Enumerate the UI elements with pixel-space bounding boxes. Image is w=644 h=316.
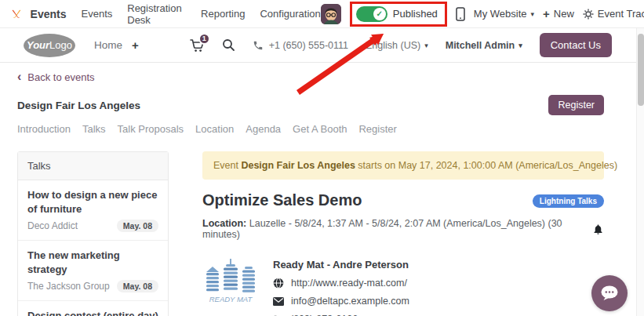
- talk-date-badge: May. 08: [117, 220, 158, 232]
- backend-top-bar: Events Events Registration Desk Reportin…: [0, 0, 644, 28]
- toggle-check-icon: ✓: [373, 8, 386, 20]
- envelope-icon: [273, 297, 284, 306]
- chevron-left-icon: ‹: [17, 71, 21, 83]
- annotation-highlight-box: ✓ Published: [350, 2, 447, 27]
- add-page-button[interactable]: +: [132, 38, 139, 52]
- talk-speaker: Deco Addict: [27, 220, 78, 231]
- talk-list-item[interactable]: The new marketing strategy The Jackson G…: [18, 241, 168, 301]
- nav-home-link[interactable]: Home: [94, 39, 122, 51]
- company-website-link[interactable]: http://www.ready-mat.com/: [273, 278, 409, 289]
- header-phone-link[interactable]: +1 (650) 555-0111: [253, 40, 348, 51]
- cart-button[interactable]: 1: [190, 38, 205, 53]
- chevron-down-icon: ▾: [531, 10, 535, 18]
- nav-talks[interactable]: Talks: [82, 123, 106, 135]
- nav-register[interactable]: Register: [358, 123, 396, 135]
- odoo-logo-icon: [11, 7, 23, 21]
- talks-sidebar-title: Talks: [18, 152, 168, 180]
- phone-icon: [253, 40, 264, 51]
- globe-icon: [273, 278, 284, 289]
- reminder-button[interactable]: [592, 223, 604, 235]
- menu-reporting[interactable]: Reporting: [201, 8, 245, 20]
- plus-icon: +: [543, 7, 550, 20]
- contact-us-button[interactable]: Contact Us: [540, 33, 612, 57]
- avatar-face-icon: [321, 4, 341, 24]
- chevron-down-icon: ▾: [424, 42, 428, 49]
- back-to-events-link[interactable]: ‹ Back to events: [17, 71, 95, 83]
- my-website-dropdown[interactable]: My Website ▾: [474, 8, 534, 20]
- event-nav: Introduction Talks Talk Proposals Locati…: [17, 123, 604, 135]
- livechat-button[interactable]: [591, 275, 628, 311]
- company-logo: READY MAT: [202, 257, 259, 306]
- website-header: YourLogo Home + 1: [0, 28, 644, 63]
- language-selector[interactable]: English (US) ▾: [366, 40, 428, 51]
- published-toggle[interactable]: ✓: [356, 6, 387, 22]
- published-label: Published: [393, 8, 438, 20]
- talk-list-item[interactable]: How to design a new piece of furniture D…: [18, 180, 168, 241]
- company-name: Ready Mat - Andre Peterson: [273, 259, 409, 271]
- mobile-preview-button[interactable]: [456, 7, 465, 21]
- search-button[interactable]: [222, 38, 235, 52]
- speaker-company-card: READY MAT Ready Mat - Andre Peterson htt…: [202, 257, 604, 316]
- screen: Events Events Registration Desk Reportin…: [0, 0, 644, 316]
- nav-introduction[interactable]: Introduction: [17, 123, 71, 135]
- scrollbar-thumb[interactable]: [638, 34, 644, 106]
- nav-location[interactable]: Location: [195, 123, 234, 135]
- gear-icon: [583, 9, 594, 20]
- company-email-link[interactable]: info@deltapc.example.com: [273, 296, 409, 307]
- mobile-icon: [456, 7, 465, 21]
- register-button[interactable]: Register: [548, 95, 604, 115]
- nav-get-a-booth[interactable]: Get A Booth: [293, 123, 347, 135]
- page-content: ‹ Back to events Design Fair Los Angeles…: [0, 63, 644, 316]
- menu-configuration[interactable]: Configuration: [260, 8, 320, 20]
- event-track-button[interactable]: Event Track: [583, 8, 644, 20]
- user-menu[interactable]: Mitchell Admin ▾: [446, 40, 522, 51]
- menu-events[interactable]: Events: [82, 8, 113, 20]
- menu-registration-desk[interactable]: Registration Desk: [127, 2, 186, 26]
- event-title: Design Fair Los Angeles: [17, 100, 140, 111]
- search-icon: [222, 38, 235, 52]
- nav-talk-proposals[interactable]: Talk Proposals: [118, 123, 184, 135]
- talk-tag-badge: Lightning Talks: [533, 194, 604, 208]
- talk-date-badge: May. 08: [117, 280, 158, 292]
- talk-list-item[interactable]: Design contest (entire day) Lumber Inc M…: [18, 301, 168, 316]
- chat-bubble-icon: [600, 285, 619, 301]
- talk-detail: Event Design Fair Los Angeles starts on …: [202, 151, 604, 316]
- new-button[interactable]: + New: [543, 7, 574, 20]
- talk-location-row: Location: Lauzelle - 5/8/24, 1:37 AM - 5…: [202, 218, 604, 240]
- talk-title: Optimize Sales Demo: [202, 191, 362, 209]
- company-logo-caption: READY MAT: [209, 295, 253, 303]
- app-name: Events: [31, 8, 67, 20]
- talks-sidebar: Talks How to design a new piece of furni…: [17, 151, 169, 316]
- bell-icon: [592, 223, 604, 235]
- cart-count-badge: 1: [198, 33, 210, 45]
- event-start-alert: Event Design Fair Los Angeles starts on …: [202, 151, 604, 180]
- site-logo[interactable]: YourLogo: [24, 34, 75, 57]
- scrollbar-track[interactable]: [636, 28, 644, 316]
- nav-agenda[interactable]: Agenda: [246, 123, 281, 135]
- talk-speaker: The Jackson Group: [27, 281, 110, 292]
- user-avatar[interactable]: [321, 4, 341, 24]
- chevron-down-icon: ▾: [518, 42, 522, 49]
